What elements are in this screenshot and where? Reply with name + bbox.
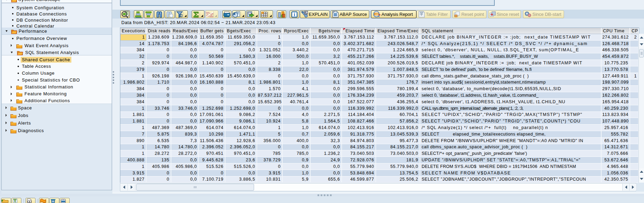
svg-text:i: i — [294, 11, 295, 17]
